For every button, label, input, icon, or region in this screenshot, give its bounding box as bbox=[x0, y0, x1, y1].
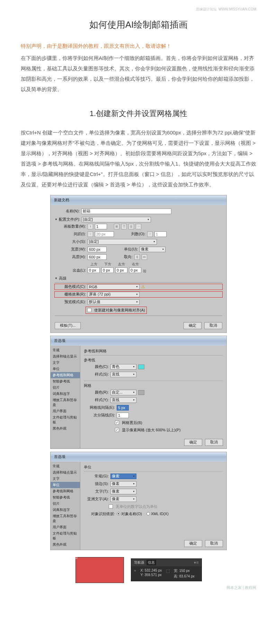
bleed-left-input[interactable]: 0 px bbox=[115, 267, 127, 273]
dialog-titlebar: 首选项 bbox=[51, 336, 226, 346]
nav-tab[interactable]: 导航器 bbox=[134, 560, 144, 565]
preferences-units-dialog: 首选项 常规 选择和锚点显示 文字 单位 参考线和网格 智能参考线 切片 词典和… bbox=[50, 452, 227, 550]
panel-menu-icon[interactable]: ▾≡ bbox=[194, 560, 198, 565]
grid-every-input[interactable]: 5 px bbox=[117, 405, 129, 411]
sidebar-item[interactable]: 文件处理与剪贴板 bbox=[51, 530, 80, 541]
bleed-right-input[interactable]: 0 px bbox=[129, 267, 141, 273]
preview-label: 预览模式(E): bbox=[55, 299, 86, 305]
bleed-label: 出血(L): bbox=[55, 268, 86, 273]
artboards-input[interactable]: 1 bbox=[95, 224, 107, 229]
sidebar-item[interactable]: 词典和连字 bbox=[51, 507, 80, 513]
general-dropdown[interactable]: 像素 bbox=[110, 474, 136, 479]
radio-name[interactable] bbox=[117, 512, 120, 515]
guide-color-dropdown[interactable]: 青色 bbox=[110, 364, 136, 370]
templates-button[interactable]: 模板(T)... bbox=[55, 322, 81, 329]
disclosure-triangle[interactable]: ▼ bbox=[55, 277, 57, 280]
show-pixel-checkbox[interactable] bbox=[115, 428, 119, 432]
bleed-top-input[interactable]: 0 px bbox=[88, 267, 100, 273]
landscape-icon[interactable]: ▭ bbox=[142, 254, 147, 260]
color-swatch[interactable] bbox=[138, 390, 144, 395]
stroke-label: 描边(S): bbox=[84, 481, 109, 486]
sidebar-item[interactable]: 常规 bbox=[51, 463, 80, 469]
sidebar-item[interactable]: 参考线和网格 bbox=[51, 488, 80, 494]
width-label: 宽度(W): bbox=[55, 247, 86, 252]
colormode-dropdown[interactable]: RGB bbox=[88, 284, 140, 290]
profile-label: 配置文件(P): bbox=[59, 217, 80, 222]
section-heading: 1.创建新文件并设置网格属性 bbox=[21, 108, 256, 119]
cancel-button[interactable]: 取消 bbox=[205, 540, 223, 547]
dialog-titlebar: 首选项 bbox=[51, 452, 226, 462]
guide-color-label: 颜色(C): bbox=[84, 364, 109, 369]
cancel-button[interactable]: 取消 bbox=[204, 322, 222, 329]
watermark-bottom: 脚本之家 | 教程网 bbox=[21, 585, 256, 590]
units-dropdown[interactable]: 像素 bbox=[140, 247, 166, 252]
grid-color-dropdown[interactable]: 自定... bbox=[110, 390, 136, 395]
sidebar-item[interactable]: 选择和锚点显示 bbox=[51, 353, 80, 360]
cols-label: 列数(O): bbox=[131, 231, 145, 237]
sidebar-item[interactable]: 文字 bbox=[51, 476, 80, 482]
grids-back-checkbox[interactable] bbox=[115, 421, 119, 425]
sidebar-item-active[interactable]: 单位 bbox=[51, 482, 80, 488]
selected-rectangle[interactable] bbox=[75, 557, 124, 583]
height-input[interactable]: 600 px bbox=[88, 254, 107, 260]
asian-dropdown[interactable]: 像素 bbox=[110, 496, 136, 502]
sidebar-item[interactable]: 黑色外观 bbox=[51, 541, 80, 548]
portrait-icon[interactable]: ▯ bbox=[134, 254, 140, 260]
grid-every-label: 网格线间隔(E): bbox=[84, 405, 115, 410]
sidebar-item[interactable]: 单位 bbox=[51, 366, 80, 372]
sidebar-item[interactable]: 用户界面 bbox=[51, 524, 80, 530]
bleed-bottom-input[interactable]: 0 px bbox=[101, 267, 114, 273]
sidebar-item[interactable]: 黑色外观 bbox=[51, 425, 80, 432]
row-layout-icon: ☰ bbox=[121, 224, 127, 229]
cancel-button[interactable]: 取消 bbox=[205, 439, 223, 446]
sidebar-item[interactable]: 智能参考线 bbox=[51, 378, 80, 385]
info-tab-active[interactable]: 信息 bbox=[146, 560, 156, 565]
radio-xml[interactable] bbox=[146, 512, 150, 515]
disclosure-triangle[interactable]: ▼ bbox=[55, 218, 57, 221]
sidebar-item[interactable]: 常规 bbox=[51, 347, 80, 353]
subdiv-input[interactable]: 1 bbox=[117, 413, 129, 418]
identify-label: 对象识别依据: bbox=[84, 511, 115, 517]
sidebar-item[interactable]: 文字 bbox=[51, 360, 80, 366]
artboards-label: 画板数量(M): bbox=[55, 224, 86, 229]
sidebar-item[interactable]: 词典和连字 bbox=[51, 391, 80, 397]
align-pixel-checkbox[interactable] bbox=[87, 308, 91, 312]
size-dropdown[interactable]: [自定] bbox=[88, 239, 157, 245]
link-icon[interactable]: ⛓ bbox=[143, 269, 146, 273]
grid-color-label: 颜色(R): bbox=[84, 390, 109, 395]
ok-button[interactable]: 确定 bbox=[184, 540, 202, 547]
intro-text: 在下面的步骤里，你将学到如何用AI制作一个细致的邮箱插画。首先，你将会学到如何设… bbox=[21, 53, 256, 95]
name-input[interactable]: 邮箱 bbox=[81, 209, 171, 214]
name-label: 名称(N): bbox=[55, 209, 80, 214]
preview-dropdown[interactable]: 默认值 bbox=[88, 299, 140, 305]
type-dropdown[interactable]: 像素 bbox=[110, 489, 136, 494]
sidebar-item[interactable]: 切片 bbox=[51, 385, 80, 391]
arrow-right-icon: → bbox=[136, 224, 141, 229]
stepper-icon[interactable]: ↕ bbox=[88, 224, 93, 229]
height-label: 高度(H): bbox=[55, 254, 86, 259]
grid-style-dropdown[interactable]: 直线 bbox=[110, 397, 136, 403]
sidebar-item[interactable]: 智能参考线 bbox=[51, 494, 80, 501]
info-panel: 导航器 信息 ▾≡ + X: 532.245 px Y: 359.571 px … bbox=[131, 558, 202, 581]
ok-button[interactable]: 确定 bbox=[184, 439, 202, 446]
sidebar-item[interactable]: 切片 bbox=[51, 501, 80, 507]
raster-dropdown[interactable]: 屏幕 (72 ppi) bbox=[88, 292, 140, 297]
colormode-label: 颜色模式(C): bbox=[55, 284, 86, 289]
sidebar-item[interactable]: 增效工具和暂存盘 bbox=[51, 397, 80, 408]
color-swatch[interactable] bbox=[138, 364, 144, 369]
sidebar-item[interactable]: 用户界面 bbox=[51, 408, 80, 414]
guide-style-dropdown[interactable]: 直线 bbox=[110, 372, 136, 377]
crosshair-icon: + bbox=[134, 568, 136, 579]
stroke-dropdown[interactable]: 像素 bbox=[110, 481, 136, 487]
disclaimer-text: 特别声明，由于是翻译国外的教程，跟原文有所出入，敬请谅解！ bbox=[21, 41, 256, 51]
sidebar-item[interactable]: 增效工具和暂存盘 bbox=[51, 513, 80, 524]
subdiv-label: 次分隔线(D): bbox=[84, 413, 115, 418]
width-input[interactable]: 600 px bbox=[88, 247, 107, 252]
sidebar-item-active[interactable]: 参考线和网格 bbox=[51, 372, 80, 378]
size-label: 大小(S): bbox=[55, 239, 86, 244]
sidebar-item[interactable]: 文件处理与剪贴板 bbox=[51, 414, 80, 425]
pref-sidebar: 常规 选择和锚点显示 文字 单位 参考线和网格 智能参考线 切片 词典和连字 增… bbox=[51, 346, 80, 449]
profile-dropdown[interactable]: [自定] bbox=[82, 217, 151, 222]
sidebar-item[interactable]: 选择和锚点显示 bbox=[51, 469, 80, 476]
ok-button[interactable]: 确定 bbox=[184, 322, 202, 329]
